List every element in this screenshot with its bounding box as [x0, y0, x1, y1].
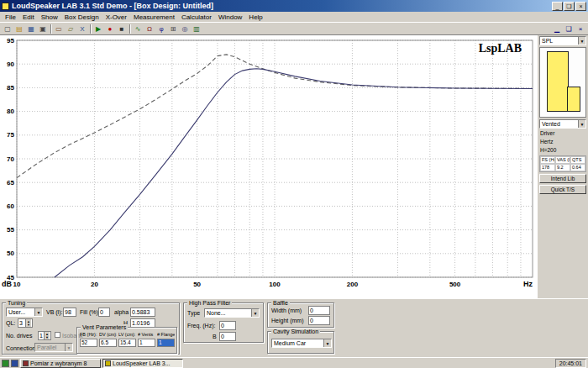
save-icon[interactable]: ▦	[25, 24, 37, 34]
num-vents-field[interactable]: 1	[138, 339, 155, 347]
svg-text:80: 80	[7, 108, 14, 115]
maximize-button[interactable]: ❏	[564, 2, 575, 11]
taskbar-task-lsplab[interactable]: LoudSpeaker LAB 3...	[102, 359, 183, 368]
menu-item-file[interactable]: File	[2, 13, 19, 22]
open-icon[interactable]: ▤	[13, 24, 25, 34]
fb-field[interactable]: 52	[80, 339, 97, 347]
ts-header-vas: VAS (l)	[555, 156, 570, 164]
hpf-type-value: None...	[207, 310, 226, 316]
quick-launch-icon-2[interactable]	[11, 360, 18, 367]
toolbar-separator	[50, 24, 51, 34]
window-title: LoudSpeaker LAB 3.1 Std Demo - [Box Desi…	[12, 2, 551, 10]
xover-icon[interactable]: X	[76, 24, 88, 34]
chart-watermark: LspLAB	[479, 42, 522, 55]
num-flange-field[interactable]: 1	[157, 339, 175, 347]
connection-select[interactable]: Parallel ▼	[34, 343, 73, 352]
chevron-down-icon: ▼	[65, 344, 72, 351]
enclosure-type-select[interactable]: Vented ▼	[539, 119, 586, 129]
task-icon	[105, 360, 111, 366]
impedance-graph-icon[interactable]: Ω	[144, 24, 155, 34]
menu-item-calculator[interactable]: Calculator	[178, 13, 215, 22]
baffle-width-field[interactable]: 0	[308, 306, 330, 315]
right-panel: SPL ▼ Vented ▼ Driver Hertz H=200 FS (Hz…	[538, 35, 588, 298]
zoom-icon[interactable]: ◎	[179, 24, 191, 34]
quick-launch-icon-1[interactable]	[2, 360, 9, 367]
driver-library-icon[interactable]: ▭	[53, 24, 65, 34]
graph-type-select[interactable]: SPL ▼	[539, 36, 586, 45]
play-icon[interactable]: ▶	[92, 24, 104, 34]
lv-field[interactable]: 15.4	[118, 339, 136, 347]
taskbar-clock: 20:45:01	[555, 359, 586, 368]
dv-field[interactable]: 6.5	[99, 339, 117, 347]
bottom-panel: Tuning User... ▼ VB (l): 98 Fill (%): 0 …	[0, 298, 588, 357]
spl-chart: 4550556065707580859095102050100200500dBH…	[0, 35, 538, 298]
child-close-icon[interactable]: ×	[575, 24, 586, 34]
hpf-type-select[interactable]: None... ▼	[204, 308, 260, 318]
stop-icon[interactable]: ■	[116, 24, 128, 34]
alpha-field: 0.5883	[130, 308, 155, 317]
toolbar-separator	[129, 24, 130, 34]
svg-text:dB: dB	[2, 280, 12, 288]
isobarik-checkbox[interactable]	[55, 332, 60, 338]
menu-item-show[interactable]: Show	[38, 13, 61, 22]
ql-spinner[interactable]: 3 ▲▼	[18, 318, 33, 328]
spinner-arrows-icon[interactable]: ▲▼	[25, 319, 31, 327]
minimize-button[interactable]: _	[552, 2, 563, 11]
intend-lib-button[interactable]: Intend Lib	[539, 174, 586, 183]
svg-text:70: 70	[7, 155, 14, 163]
svg-text:10: 10	[13, 281, 21, 288]
record-icon[interactable]: ●	[104, 24, 116, 34]
vent-parameters-title: Vent Parameters	[81, 324, 128, 330]
menu-item-edit[interactable]: Edit	[19, 13, 38, 22]
box-height-label: H=200	[539, 147, 586, 154]
svg-text:Hz: Hz	[523, 280, 533, 288]
baffle-height-label: Height (mm)	[271, 318, 304, 324]
phase-graph-icon[interactable]: φ	[155, 24, 167, 34]
tuning-group-title: Tuning	[6, 300, 27, 306]
tuning-preset-select[interactable]: User... ▼	[6, 308, 43, 317]
fill-field[interactable]: 0	[98, 308, 110, 317]
cavity-simulation-group: Cavity Simulation Medium Car ▼	[267, 331, 334, 354]
drives-spinner[interactable]: 1 ▲▼	[38, 331, 51, 340]
calculator-icon[interactable]: ▥	[191, 24, 202, 34]
new-icon[interactable]: ▢	[2, 24, 13, 34]
baffle-group-title: Baffle	[271, 300, 290, 306]
hpf-group-title: High Pass Filter	[187, 300, 232, 306]
menu-item-x-over[interactable]: X-Over	[102, 13, 130, 22]
menu-item-window[interactable]: Window	[215, 13, 245, 22]
enclosure-type-value: Vented	[542, 121, 560, 127]
child-minimize-icon[interactable]: ▁	[551, 24, 563, 34]
cavity-select[interactable]: Medium Car ▼	[271, 339, 332, 348]
grid-icon[interactable]: ⊞	[167, 24, 179, 34]
spl-graph-icon[interactable]: ∿	[132, 24, 144, 34]
ql-label: QL:	[6, 320, 15, 327]
menu-item-help[interactable]: Help	[245, 13, 265, 22]
close-button[interactable]: ×	[575, 2, 586, 11]
child-restore-icon[interactable]: ❏	[563, 24, 575, 34]
svg-text:200: 200	[347, 281, 359, 288]
svg-text:75: 75	[7, 131, 14, 139]
chevron-down-icon: ▼	[578, 37, 585, 45]
taskbar-task-measurement[interactable]: Pomiar z wybranym 8	[20, 359, 101, 368]
cavity-value: Medium Car	[274, 340, 306, 346]
menu-item-measurement[interactable]: Measurement	[130, 13, 178, 22]
baffle-height-field[interactable]: 0	[308, 316, 330, 325]
menu-item-box-design[interactable]: Box Design	[61, 13, 102, 22]
box-design-icon[interactable]: ▱	[65, 24, 76, 34]
spinner-arrows-icon[interactable]: ▲▼	[44, 332, 50, 339]
units-label: Hertz	[539, 139, 586, 145]
toolbar-right-icons: ▁❏×	[551, 24, 586, 34]
lv-label: LV (cm):	[118, 332, 136, 338]
drives-value: 1	[39, 332, 43, 339]
print-icon[interactable]: ▣	[37, 24, 49, 34]
quick-ts-button[interactable]: Quick T/S	[539, 185, 586, 194]
ts-value-fs: 178	[540, 164, 555, 171]
baffle-group: Baffle Width (mm) 0 Height (mm) 0	[267, 302, 334, 328]
vb-field[interactable]: 98	[63, 308, 76, 317]
hpf-freq-field[interactable]: 0	[219, 321, 236, 330]
fb-label: FB (Hz):	[80, 332, 97, 338]
hpf-q-field[interactable]: 0	[219, 332, 236, 341]
task-icon	[23, 360, 29, 366]
ts-value-qts: 0.64	[570, 164, 585, 171]
ql-value: 3	[19, 319, 23, 327]
